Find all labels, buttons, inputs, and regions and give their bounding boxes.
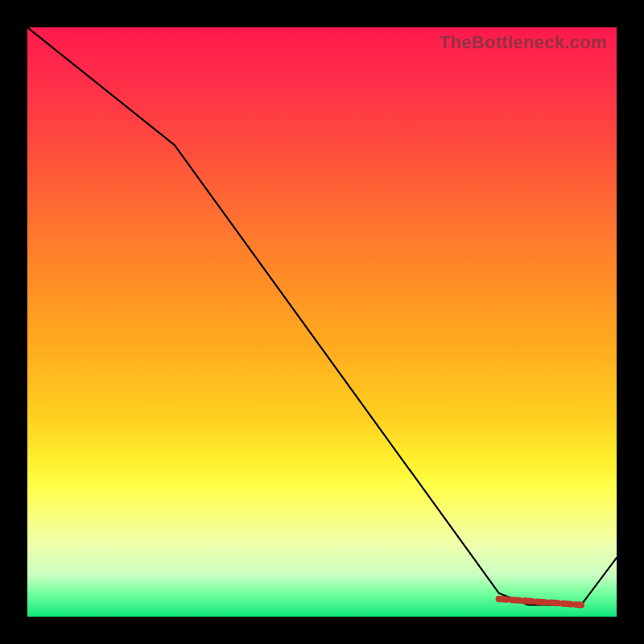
watermark-text: TheBottleneck.com <box>440 32 607 53</box>
chart-container: TheBottleneck.com <box>0 0 644 644</box>
chart-plot-area: TheBottleneck.com <box>27 27 617 617</box>
chart-curve <box>27 27 617 617</box>
